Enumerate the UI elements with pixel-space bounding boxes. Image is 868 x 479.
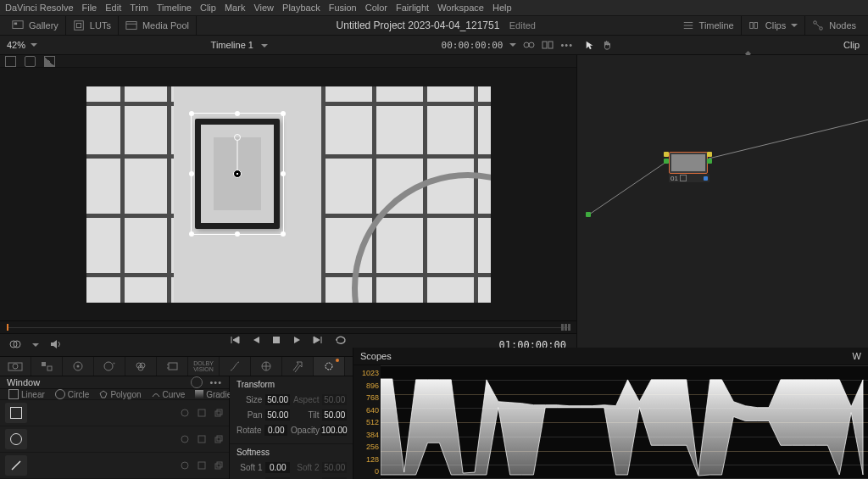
color-wheels-icon[interactable] bbox=[63, 357, 94, 376]
viewer[interactable] bbox=[0, 68, 576, 320]
prev-clip-icon[interactable] bbox=[229, 334, 241, 348]
arrow-cursor-icon[interactable] bbox=[585, 40, 595, 50]
camera-raw-icon[interactable] bbox=[0, 357, 31, 376]
circle-shape-button[interactable]: Circle bbox=[52, 389, 93, 399]
svg-rect-10 bbox=[754, 23, 758, 29]
menu-file[interactable]: File bbox=[82, 3, 97, 13]
rotate-field[interactable]: 0.00 bbox=[264, 425, 287, 436]
mask-off-icon[interactable] bbox=[197, 408, 207, 418]
audio-mute-icon[interactable] bbox=[49, 337, 63, 353]
mask-off-icon[interactable] bbox=[197, 460, 207, 471]
split-view-icon[interactable] bbox=[542, 39, 554, 51]
window-palette-icon[interactable] bbox=[314, 357, 345, 376]
split-screen-icon[interactable] bbox=[25, 56, 36, 67]
stop-icon[interactable] bbox=[271, 335, 281, 347]
size-field[interactable]: 50.00 bbox=[265, 394, 290, 405]
motion-effects-icon[interactable] bbox=[157, 357, 188, 376]
luts-button[interactable]: LUTs bbox=[66, 16, 119, 35]
waveform-scope[interactable] bbox=[381, 365, 868, 479]
svg-rect-23 bbox=[42, 362, 46, 366]
menu-color[interactable]: Color bbox=[365, 3, 387, 13]
power-window-mask[interactable] bbox=[191, 113, 284, 235]
menu-edit[interactable]: Edit bbox=[105, 3, 121, 13]
scrub-zoom-icon[interactable] bbox=[561, 323, 573, 331]
curve-shape-button[interactable]: Curve bbox=[148, 390, 189, 399]
bypass-icon[interactable] bbox=[523, 39, 535, 51]
menu-view[interactable]: View bbox=[253, 3, 274, 13]
menu-workspace[interactable]: Workspace bbox=[437, 3, 484, 13]
scopes-mode-label[interactable]: W bbox=[853, 351, 861, 361]
svg-rect-66 bbox=[215, 464, 220, 469]
pan-field[interactable]: 50.00 bbox=[265, 409, 290, 421]
chevron-down-icon[interactable] bbox=[32, 343, 39, 347]
clips-toggle[interactable]: Clips bbox=[742, 16, 805, 35]
timeline-name[interactable]: Timeline 1 bbox=[44, 40, 435, 50]
playhead-icon[interactable] bbox=[7, 324, 8, 331]
svg-point-38 bbox=[326, 363, 332, 370]
invert-off-icon[interactable] bbox=[180, 408, 190, 418]
menu-help[interactable]: Help bbox=[492, 3, 512, 13]
polygon-shape-button[interactable]: Polygon bbox=[96, 390, 144, 399]
menu-fusion[interactable]: Fusion bbox=[329, 3, 357, 13]
tilt-field[interactable]: 50.00 bbox=[322, 409, 347, 421]
node-out-alpha-connector[interactable] bbox=[707, 152, 712, 157]
loop-icon[interactable] bbox=[334, 334, 348, 348]
zoom-dropdown[interactable]: 42% bbox=[0, 40, 44, 50]
linear-shape-button[interactable]: Linear bbox=[5, 389, 48, 399]
play-icon[interactable] bbox=[292, 335, 302, 347]
chevron-down-icon[interactable] bbox=[791, 24, 798, 27]
node-in-alpha-connector[interactable] bbox=[664, 152, 669, 157]
reverse-play-icon[interactable] bbox=[251, 335, 261, 347]
image-wipe-icon[interactable] bbox=[5, 56, 16, 67]
menu-fairlight[interactable]: Fairlight bbox=[396, 3, 429, 13]
shape-item-rect[interactable] bbox=[0, 400, 229, 426]
source-connector[interactable] bbox=[586, 212, 591, 217]
highlight-icon[interactable] bbox=[44, 56, 55, 67]
soft1-field[interactable]: 0.00 bbox=[265, 462, 290, 473]
next-clip-icon[interactable] bbox=[312, 334, 324, 348]
hand-cursor-icon[interactable] bbox=[602, 40, 612, 50]
node-editor[interactable]: 01 bbox=[577, 55, 868, 350]
hdr-wheels-icon[interactable]: + bbox=[94, 357, 125, 376]
dolby-vision-icon[interactable]: DOLBYVISION bbox=[188, 357, 220, 376]
nodes-toggle[interactable]: Nodes bbox=[805, 16, 863, 35]
reset-icon[interactable] bbox=[191, 376, 203, 388]
qualifier-icon[interactable] bbox=[282, 357, 314, 376]
mediapool-button[interactable]: Media Pool bbox=[119, 16, 197, 35]
menu-mark[interactable]: Mark bbox=[225, 3, 245, 13]
invert-off-icon[interactable] bbox=[180, 460, 190, 471]
shape-item-circle[interactable] bbox=[0, 426, 229, 453]
shape-item-line[interactable] bbox=[0, 453, 229, 479]
svg-line-63 bbox=[12, 461, 20, 470]
mask-off-icon[interactable] bbox=[197, 434, 207, 444]
viewer-timecode[interactable]: 00:00:00:00 bbox=[442, 40, 504, 51]
menu-clip[interactable]: Clip bbox=[200, 3, 216, 13]
3d-off-icon[interactable] bbox=[214, 460, 224, 471]
3d-off-icon[interactable] bbox=[214, 434, 224, 444]
rgb-mixer-icon[interactable] bbox=[125, 357, 157, 376]
color-warper-icon[interactable] bbox=[251, 357, 282, 376]
viewer-options-icon[interactable]: ••• bbox=[560, 40, 573, 50]
gallery-button[interactable]: Gallery bbox=[5, 16, 66, 35]
opacity-field[interactable]: 100.00 bbox=[321, 425, 347, 436]
menu-trim[interactable]: Trim bbox=[130, 3, 148, 13]
color-match-icon[interactable] bbox=[31, 357, 63, 376]
node-in-connector[interactable] bbox=[664, 159, 669, 164]
timeline-toggle[interactable]: Timeline bbox=[676, 16, 742, 35]
zoom-value: 42% bbox=[7, 40, 25, 50]
scopes-title: Scopes bbox=[360, 351, 392, 361]
node-out-connector[interactable] bbox=[707, 159, 712, 164]
curves-icon[interactable] bbox=[220, 357, 251, 376]
node-key-connector[interactable] bbox=[704, 176, 708, 181]
invert-off-icon[interactable] bbox=[180, 434, 190, 444]
menu-playback[interactable]: Playback bbox=[282, 3, 320, 13]
options-icon[interactable]: ••• bbox=[209, 377, 222, 387]
3d-off-icon[interactable] bbox=[214, 408, 224, 418]
menu-app[interactable]: DaVinci Resolve bbox=[5, 3, 74, 13]
menu-timeline[interactable]: Timeline bbox=[157, 3, 192, 13]
soft1-label: Soft 1 bbox=[236, 463, 262, 472]
color-node[interactable] bbox=[669, 152, 708, 174]
color-settings-icon[interactable] bbox=[8, 337, 22, 353]
chevron-down-icon[interactable] bbox=[509, 43, 516, 47]
scrub-bar[interactable] bbox=[0, 320, 576, 333]
